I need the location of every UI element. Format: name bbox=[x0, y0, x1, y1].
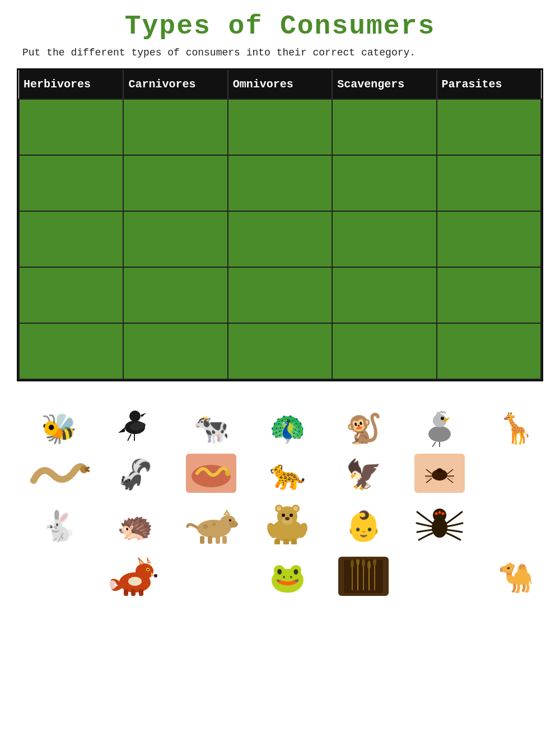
col-scavengers: Scavengers bbox=[332, 70, 436, 99]
animal-eagle[interactable]: 🦅 bbox=[327, 461, 400, 493]
cell-omnivores-4[interactable] bbox=[228, 267, 332, 323]
svg-rect-48 bbox=[274, 539, 280, 544]
animal-baby[interactable]: 👶 bbox=[327, 512, 400, 544]
cell-carnivores-1[interactable] bbox=[123, 99, 227, 155]
animal-tick[interactable] bbox=[403, 454, 476, 493]
svg-point-10 bbox=[441, 417, 444, 420]
col-parasites: Parasites bbox=[437, 70, 541, 99]
table-row[interactable] bbox=[19, 323, 541, 379]
svg-point-55 bbox=[435, 512, 438, 515]
svg-rect-50 bbox=[291, 539, 297, 544]
svg-point-17 bbox=[225, 470, 231, 476]
animal-bear-possum[interactable] bbox=[251, 500, 324, 544]
svg-rect-33 bbox=[208, 536, 212, 544]
cell-scavengers-3[interactable] bbox=[332, 211, 436, 267]
col-omnivores: Omnivores bbox=[228, 70, 332, 99]
svg-point-41 bbox=[285, 517, 290, 520]
cell-parasites-3[interactable] bbox=[437, 211, 541, 267]
table-row[interactable] bbox=[19, 155, 541, 211]
svg-point-1 bbox=[129, 411, 141, 422]
animal-skunk[interactable]: 🦨 bbox=[99, 461, 171, 493]
svg-rect-32 bbox=[200, 536, 204, 544]
spider-icon bbox=[414, 500, 465, 544]
cell-carnivores-5[interactable] bbox=[123, 323, 227, 379]
animal-camel[interactable]: 🐪 bbox=[479, 564, 552, 596]
vulture-icon bbox=[420, 405, 459, 447]
grass-icon bbox=[344, 560, 383, 593]
cell-herbivores-3[interactable] bbox=[19, 211, 123, 267]
animal-snake[interactable] bbox=[22, 458, 95, 489]
svg-rect-70 bbox=[131, 589, 136, 596]
fox-icon bbox=[110, 551, 160, 596]
animal-vulture[interactable] bbox=[403, 405, 476, 447]
svg-point-45 bbox=[293, 506, 298, 511]
svg-point-36 bbox=[203, 524, 208, 529]
animal-fox[interactable] bbox=[99, 551, 171, 596]
svg-line-22 bbox=[447, 469, 453, 474]
bear-icon bbox=[262, 500, 312, 544]
svg-marker-5 bbox=[118, 427, 125, 433]
table-row[interactable] bbox=[19, 267, 541, 323]
cell-parasites-2[interactable] bbox=[437, 155, 541, 211]
cell-herbivores-4[interactable] bbox=[19, 267, 123, 323]
crow-icon bbox=[115, 399, 155, 441]
animal-cow[interactable]: 🐄 bbox=[175, 415, 248, 447]
table-row[interactable] bbox=[19, 211, 541, 267]
animal-monkey[interactable]: 🐒 bbox=[327, 415, 400, 447]
cell-scavengers-1[interactable] bbox=[332, 99, 436, 155]
table-row[interactable] bbox=[19, 99, 541, 155]
cell-parasites-1[interactable] bbox=[437, 99, 541, 155]
cell-carnivores-4[interactable] bbox=[123, 267, 227, 323]
svg-point-46 bbox=[282, 514, 285, 517]
cell-carnivores-3[interactable] bbox=[123, 211, 227, 267]
cell-scavengers-2[interactable] bbox=[332, 155, 436, 211]
svg-point-31 bbox=[229, 519, 231, 521]
svg-rect-71 bbox=[139, 589, 143, 596]
cell-carnivores-2[interactable] bbox=[123, 155, 227, 211]
animal-grass-wheat[interactable] bbox=[327, 557, 400, 596]
cell-omnivores-5[interactable] bbox=[228, 323, 332, 379]
svg-rect-69 bbox=[124, 589, 128, 596]
cell-herbivores-1[interactable] bbox=[19, 99, 123, 155]
cell-scavengers-5[interactable] bbox=[332, 323, 436, 379]
svg-point-56 bbox=[438, 511, 441, 514]
animal-bee[interactable]: 🐝 bbox=[22, 415, 95, 447]
svg-point-37 bbox=[212, 523, 216, 526]
table-header-row: Herbivores Carnivores Omnivores Scavenge… bbox=[19, 70, 541, 99]
svg-point-7 bbox=[428, 426, 451, 442]
svg-point-59 bbox=[136, 563, 153, 579]
page-title: Types of Consumers bbox=[17, 11, 543, 41]
animal-crow[interactable] bbox=[99, 399, 171, 447]
svg-point-28 bbox=[229, 521, 238, 528]
animal-hedgehog[interactable]: 🦔 bbox=[99, 512, 171, 544]
hyena-icon bbox=[183, 500, 239, 544]
col-herbivores: Herbivores bbox=[19, 70, 123, 99]
cell-parasites-4[interactable] bbox=[437, 267, 541, 323]
cell-omnivores-3[interactable] bbox=[228, 211, 332, 267]
svg-point-54 bbox=[433, 509, 446, 522]
animal-peacock[interactable]: 🦚 bbox=[251, 415, 324, 447]
animal-hyena[interactable] bbox=[175, 500, 248, 544]
cell-parasites-5[interactable] bbox=[437, 323, 541, 379]
animal-frog[interactable]: 🐸 bbox=[251, 564, 324, 596]
animal-spider[interactable] bbox=[403, 500, 476, 544]
animal-leopard[interactable]: 🐆 bbox=[251, 461, 324, 493]
cell-omnivores-1[interactable] bbox=[228, 99, 332, 155]
consumers-table: Herbivores Carnivores Omnivores Scavenge… bbox=[17, 68, 543, 381]
svg-point-25 bbox=[437, 468, 442, 473]
animal-giraffe[interactable]: 🦒 bbox=[479, 415, 552, 447]
cell-herbivores-2[interactable] bbox=[19, 155, 123, 211]
svg-point-61 bbox=[154, 574, 157, 577]
svg-point-75 bbox=[351, 560, 354, 568]
cell-herbivores-5[interactable] bbox=[19, 323, 123, 379]
animal-rabbit[interactable]: 🐇 bbox=[22, 512, 95, 544]
svg-marker-2 bbox=[141, 413, 146, 417]
snake-icon bbox=[28, 458, 90, 489]
animal-parasite-worm[interactable] bbox=[175, 454, 248, 493]
page-subtitle: Put the different types of consumers int… bbox=[17, 47, 543, 58]
worm-icon bbox=[189, 456, 234, 490]
cell-omnivores-2[interactable] bbox=[228, 155, 332, 211]
svg-line-11 bbox=[432, 442, 436, 447]
svg-point-68 bbox=[128, 577, 142, 586]
cell-scavengers-4[interactable] bbox=[332, 267, 436, 323]
